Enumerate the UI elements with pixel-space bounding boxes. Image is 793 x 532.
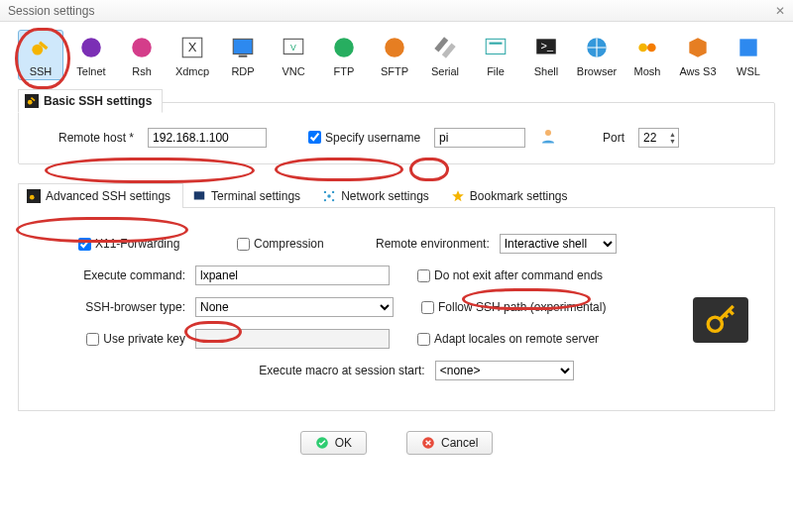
noexit-check[interactable]: Do not exit after command ends xyxy=(417,268,603,282)
tab-terminal[interactable]: Terminal settings xyxy=(183,183,313,208)
session-type-label: SSH xyxy=(19,65,62,77)
session-type-toolbar: SSH Telnet Rsh X Xdmcp RDP V VNC FTP SFT… xyxy=(0,22,793,84)
session-type-wsl[interactable]: WSL xyxy=(726,30,771,80)
svg-point-11 xyxy=(385,38,404,57)
svg-point-10 xyxy=(334,38,354,57)
follow-check[interactable]: Follow SSH path (experimental) xyxy=(421,300,606,314)
username-input[interactable] xyxy=(434,128,525,148)
svg-point-34 xyxy=(332,199,334,201)
svg-rect-29 xyxy=(194,191,205,199)
svg-point-33 xyxy=(324,199,326,201)
session-type-sftp[interactable]: SFTP xyxy=(372,30,417,80)
session-type-ftp[interactable]: FTP xyxy=(321,30,367,80)
remote-env-select[interactable]: Interactive shell xyxy=(500,234,617,254)
window-title: Session settings xyxy=(8,0,94,21)
privkey-input[interactable] xyxy=(195,329,390,349)
titlebar: Session settings ✕ xyxy=(0,0,793,22)
svg-point-32 xyxy=(332,191,334,193)
tab-bookmark[interactable]: Bookmark settings xyxy=(442,183,581,208)
svg-point-3 xyxy=(132,38,152,57)
tab-network[interactable]: Network settings xyxy=(313,183,442,208)
session-type-rsh[interactable]: Rsh xyxy=(119,30,165,80)
remote-host-label: Remote host * xyxy=(58,131,134,145)
svg-point-30 xyxy=(327,194,331,198)
browser-type-label: SSH-browser type: xyxy=(78,300,185,314)
svg-point-19 xyxy=(638,44,647,53)
svg-point-24 xyxy=(28,100,33,105)
session-type-file[interactable]: File xyxy=(473,30,518,80)
close-icon[interactable]: ✕ xyxy=(775,0,785,21)
session-type-telnet[interactable]: Telnet xyxy=(68,30,114,80)
svg-rect-6 xyxy=(233,39,253,53)
browser-type-select[interactable]: None xyxy=(195,297,394,317)
svg-rect-14 xyxy=(486,39,506,53)
macro-label: Execute macro at session start: xyxy=(259,364,424,377)
tab-advanced-ssh[interactable]: Advanced SSH settings xyxy=(18,183,183,208)
settings-subtabs: Advanced SSH settings Terminal settings … xyxy=(18,182,775,208)
session-type-ssh[interactable]: SSH xyxy=(18,30,63,80)
session-type-awss3[interactable]: Aws S3 xyxy=(675,30,721,80)
key-icon xyxy=(693,297,748,343)
session-type-xdmcp[interactable]: X Xdmcp xyxy=(170,30,215,80)
adapt-check[interactable]: Adapt locales on remote server xyxy=(417,332,599,346)
session-type-mosh[interactable]: Mosh xyxy=(624,30,670,80)
cancel-button[interactable]: Cancel xyxy=(406,431,493,455)
session-type-shell[interactable]: >_ Shell xyxy=(523,30,569,80)
compression-check[interactable]: Compression xyxy=(237,237,366,251)
remote-env-label: Remote environment: xyxy=(376,237,490,251)
macro-select[interactable]: <none> xyxy=(435,361,574,380)
privkey-check[interactable]: Use private key xyxy=(78,332,185,346)
svg-rect-15 xyxy=(490,43,503,45)
remote-host-input[interactable] xyxy=(148,128,267,148)
svg-point-0 xyxy=(32,45,43,55)
svg-rect-7 xyxy=(239,55,248,57)
specify-username-check[interactable]: Specify username xyxy=(308,131,420,145)
basic-ssh-group: Basic SSH settings Remote host * Specify… xyxy=(18,102,775,164)
exec-cmd-input[interactable] xyxy=(195,266,390,285)
session-type-serial[interactable]: Serial xyxy=(422,30,468,80)
session-type-vnc[interactable]: V VNC xyxy=(271,30,316,80)
exec-cmd-label: Execute command: xyxy=(78,268,185,282)
session-type-rdp[interactable]: RDP xyxy=(220,30,266,80)
svg-marker-35 xyxy=(452,190,464,201)
svg-text:X: X xyxy=(188,40,197,54)
port-label: Port xyxy=(603,131,624,145)
svg-point-26 xyxy=(545,130,551,136)
svg-marker-21 xyxy=(689,38,706,57)
svg-point-31 xyxy=(324,191,326,193)
session-type-browser[interactable]: Browser xyxy=(574,30,620,80)
dialog-buttons: OK Cancel xyxy=(0,431,793,455)
ok-button[interactable]: OK xyxy=(300,431,367,455)
svg-point-28 xyxy=(30,195,35,200)
advanced-ssh-panel: X11-Forwarding Compression Remote enviro… xyxy=(18,208,775,411)
svg-text:V: V xyxy=(290,43,296,53)
svg-rect-22 xyxy=(739,39,756,55)
user-picker-icon[interactable] xyxy=(539,127,557,148)
port-spinner[interactable]: ▲▼ xyxy=(638,128,679,148)
svg-point-20 xyxy=(647,44,656,53)
basic-ssh-tab: Basic SSH settings xyxy=(18,89,163,113)
x11-check[interactable]: X11-Forwarding xyxy=(78,237,227,251)
svg-point-2 xyxy=(81,38,101,57)
svg-text:>_: >_ xyxy=(541,40,554,52)
